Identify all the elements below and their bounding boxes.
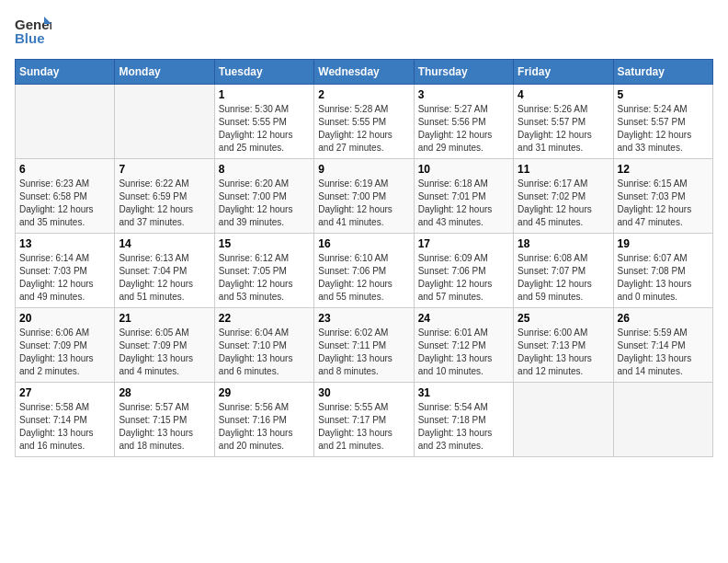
cell-info: Sunrise: 5:30 AMSunset: 5:55 PMDaylight:…: [219, 103, 310, 155]
calendar-cell: 23Sunrise: 6:02 AMSunset: 7:11 PMDayligh…: [314, 308, 414, 383]
cell-info: Sunrise: 6:01 AMSunset: 7:12 PMDaylight:…: [418, 327, 509, 378]
calendar-cell: 13Sunrise: 6:14 AMSunset: 7:03 PMDayligh…: [16, 234, 115, 308]
cell-info: Sunrise: 6:10 AMSunset: 7:06 PMDaylight:…: [318, 252, 409, 304]
calendar-cell: 24Sunrise: 6:01 AMSunset: 7:12 PMDayligh…: [414, 308, 513, 383]
calendar-cell: 28Sunrise: 5:57 AMSunset: 7:15 PMDayligh…: [115, 383, 214, 457]
calendar-week-row: 1Sunrise: 5:30 AMSunset: 5:55 PMDaylight…: [16, 85, 713, 159]
day-header: Sunday: [16, 60, 115, 85]
day-number: 5: [618, 88, 709, 101]
cell-info: Sunrise: 6:07 AMSunset: 7:08 PMDaylight:…: [618, 252, 709, 304]
calendar-week-row: 6Sunrise: 6:23 AMSunset: 6:58 PMDaylight…: [16, 159, 713, 234]
day-number: 30: [318, 386, 409, 399]
day-number: 9: [318, 163, 409, 176]
cell-info: Sunrise: 6:23 AMSunset: 6:58 PMDaylight:…: [19, 178, 110, 229]
calendar-cell: 18Sunrise: 6:08 AMSunset: 7:07 PMDayligh…: [514, 234, 613, 308]
day-number: 29: [219, 386, 310, 399]
calendar-cell: 20Sunrise: 6:06 AMSunset: 7:09 PMDayligh…: [16, 308, 115, 383]
day-header: Wednesday: [314, 60, 414, 85]
day-number: 25: [518, 312, 609, 325]
cell-info: Sunrise: 5:27 AMSunset: 5:56 PMDaylight:…: [418, 103, 509, 155]
calendar-cell: [16, 85, 115, 159]
day-number: 23: [318, 312, 409, 325]
calendar-cell: 19Sunrise: 6:07 AMSunset: 7:08 PMDayligh…: [613, 234, 712, 308]
page-header: General Blue: [15, 15, 713, 48]
day-number: 15: [219, 237, 310, 250]
day-header: Monday: [115, 60, 214, 85]
day-number: 26: [618, 312, 709, 325]
logo-icon: General Blue: [15, 15, 51, 48]
cell-info: Sunrise: 6:14 AMSunset: 7:03 PMDaylight:…: [19, 252, 110, 304]
calendar-cell: 26Sunrise: 5:59 AMSunset: 7:14 PMDayligh…: [613, 308, 712, 383]
day-number: 8: [219, 163, 310, 176]
calendar-cell: 6Sunrise: 6:23 AMSunset: 6:58 PMDaylight…: [16, 159, 115, 234]
day-number: 10: [418, 163, 509, 176]
cell-info: Sunrise: 6:19 AMSunset: 7:00 PMDaylight:…: [318, 178, 409, 229]
cell-info: Sunrise: 5:54 AMSunset: 7:18 PMDaylight:…: [418, 401, 509, 453]
day-number: 21: [119, 312, 210, 325]
day-number: 12: [618, 163, 709, 176]
day-number: 2: [318, 88, 409, 101]
day-number: 24: [418, 312, 509, 325]
calendar-cell: 4Sunrise: 5:26 AMSunset: 5:57 PMDaylight…: [514, 85, 613, 159]
cell-info: Sunrise: 6:08 AMSunset: 7:07 PMDaylight:…: [518, 252, 609, 304]
calendar-cell: 7Sunrise: 6:22 AMSunset: 6:59 PMDaylight…: [115, 159, 214, 234]
day-number: 31: [418, 386, 509, 399]
day-number: 3: [418, 88, 509, 101]
cell-info: Sunrise: 5:57 AMSunset: 7:15 PMDaylight:…: [119, 401, 210, 453]
calendar-cell: 21Sunrise: 6:05 AMSunset: 7:09 PMDayligh…: [115, 308, 214, 383]
day-number: 27: [19, 386, 110, 399]
calendar-cell: 11Sunrise: 6:17 AMSunset: 7:02 PMDayligh…: [514, 159, 613, 234]
day-number: 18: [518, 237, 609, 250]
cell-info: Sunrise: 5:59 AMSunset: 7:14 PMDaylight:…: [618, 327, 709, 378]
calendar-cell: 3Sunrise: 5:27 AMSunset: 5:56 PMDaylight…: [414, 85, 513, 159]
calendar-cell: 12Sunrise: 6:15 AMSunset: 7:03 PMDayligh…: [613, 159, 712, 234]
day-header: Thursday: [414, 60, 513, 85]
calendar-cell: 5Sunrise: 5:24 AMSunset: 5:57 PMDaylight…: [613, 85, 712, 159]
cell-info: Sunrise: 6:20 AMSunset: 7:00 PMDaylight:…: [219, 178, 310, 229]
day-number: 13: [19, 237, 110, 250]
day-number: 14: [119, 237, 210, 250]
logo: General Blue: [15, 15, 51, 48]
cell-info: Sunrise: 6:12 AMSunset: 7:05 PMDaylight:…: [219, 252, 310, 304]
cell-info: Sunrise: 6:09 AMSunset: 7:06 PMDaylight:…: [418, 252, 509, 304]
cell-info: Sunrise: 6:22 AMSunset: 6:59 PMDaylight:…: [119, 178, 210, 229]
day-number: 17: [418, 237, 509, 250]
day-number: 1: [219, 88, 310, 101]
calendar-cell: 8Sunrise: 6:20 AMSunset: 7:00 PMDaylight…: [214, 159, 313, 234]
calendar-cell: 30Sunrise: 5:55 AMSunset: 7:17 PMDayligh…: [314, 383, 414, 457]
cell-info: Sunrise: 6:02 AMSunset: 7:11 PMDaylight:…: [318, 327, 409, 378]
day-header: Tuesday: [214, 60, 313, 85]
cell-info: Sunrise: 5:58 AMSunset: 7:14 PMDaylight:…: [19, 401, 110, 453]
calendar-cell: 9Sunrise: 6:19 AMSunset: 7:00 PMDaylight…: [314, 159, 414, 234]
cell-info: Sunrise: 6:04 AMSunset: 7:10 PMDaylight:…: [219, 327, 310, 378]
calendar-cell: 16Sunrise: 6:10 AMSunset: 7:06 PMDayligh…: [314, 234, 414, 308]
cell-info: Sunrise: 5:24 AMSunset: 5:57 PMDaylight:…: [618, 103, 709, 155]
calendar-cell: 2Sunrise: 5:28 AMSunset: 5:55 PMDaylight…: [314, 85, 414, 159]
calendar-week-row: 27Sunrise: 5:58 AMSunset: 7:14 PMDayligh…: [16, 383, 713, 457]
calendar-cell: 27Sunrise: 5:58 AMSunset: 7:14 PMDayligh…: [16, 383, 115, 457]
calendar-cell: 17Sunrise: 6:09 AMSunset: 7:06 PMDayligh…: [414, 234, 513, 308]
cell-info: Sunrise: 6:13 AMSunset: 7:04 PMDaylight:…: [119, 252, 210, 304]
calendar-header-row: SundayMondayTuesdayWednesdayThursdayFrid…: [16, 60, 713, 85]
cell-info: Sunrise: 5:55 AMSunset: 7:17 PMDaylight:…: [318, 401, 409, 453]
cell-info: Sunrise: 6:00 AMSunset: 7:13 PMDaylight:…: [518, 327, 609, 378]
cell-info: Sunrise: 5:28 AMSunset: 5:55 PMDaylight:…: [318, 103, 409, 155]
cell-info: Sunrise: 6:15 AMSunset: 7:03 PMDaylight:…: [618, 178, 709, 229]
day-number: 7: [119, 163, 210, 176]
cell-info: Sunrise: 6:17 AMSunset: 7:02 PMDaylight:…: [518, 178, 609, 229]
calendar: SundayMondayTuesdayWednesdayThursdayFrid…: [15, 59, 713, 457]
calendar-cell: [514, 383, 613, 457]
day-number: 22: [219, 312, 310, 325]
calendar-cell: 22Sunrise: 6:04 AMSunset: 7:10 PMDayligh…: [214, 308, 313, 383]
calendar-week-row: 20Sunrise: 6:06 AMSunset: 7:09 PMDayligh…: [16, 308, 713, 383]
calendar-cell: 15Sunrise: 6:12 AMSunset: 7:05 PMDayligh…: [214, 234, 313, 308]
day-number: 4: [518, 88, 609, 101]
cell-info: Sunrise: 6:05 AMSunset: 7:09 PMDaylight:…: [119, 327, 210, 378]
calendar-cell: 29Sunrise: 5:56 AMSunset: 7:16 PMDayligh…: [214, 383, 313, 457]
day-number: 28: [119, 386, 210, 399]
calendar-week-row: 13Sunrise: 6:14 AMSunset: 7:03 PMDayligh…: [16, 234, 713, 308]
day-number: 6: [19, 163, 110, 176]
calendar-cell: 10Sunrise: 6:18 AMSunset: 7:01 PMDayligh…: [414, 159, 513, 234]
day-header: Saturday: [613, 60, 712, 85]
calendar-cell: [613, 383, 712, 457]
